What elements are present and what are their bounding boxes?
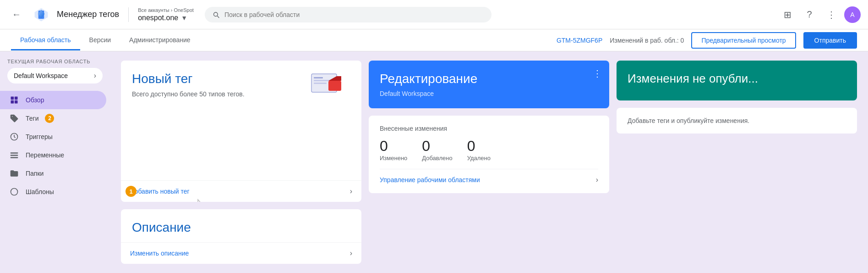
- svg-rect-7: [15, 97, 18, 100]
- edit-description-link[interactable]: Изменить описание: [130, 250, 189, 257]
- sidebar-item-templates-label: Шаблоны: [26, 188, 54, 195]
- svg-rect-18: [314, 83, 327, 84]
- search-icon: [212, 11, 220, 19]
- tag-illustration: [309, 72, 350, 104]
- top-header: ← Менеджер тегов Все аккаунты › OneSpot …: [0, 0, 868, 29]
- cursor-icon: [194, 198, 213, 202]
- editing-title: Редактирование: [380, 72, 598, 86]
- nav-right: GTM-5ZMGF6P Изменений в раб. обл.: 0 Пре…: [557, 32, 857, 49]
- change-item-modified: 0 Изменено: [380, 138, 407, 162]
- sidebar-item-variables-label: Переменные: [26, 151, 64, 159]
- workspace-section: ТЕКУЩАЯ РАБОЧАЯ ОБЛАСТЬ Default Workspac…: [0, 59, 110, 89]
- sidebar-item-templates[interactable]: Шаблоны: [0, 183, 106, 201]
- svg-rect-17: [314, 80, 330, 81]
- back-icon: ←: [12, 9, 21, 20]
- step-badge-1: 1: [126, 186, 136, 197]
- svg-rect-16: [314, 77, 323, 78]
- avatar[interactable]: A: [844, 6, 861, 23]
- svg-rect-11: [11, 152, 18, 154]
- sidebar-item-tags-label: Теги: [26, 115, 38, 122]
- description-card: Описание Изменить описание ›: [121, 209, 361, 264]
- new-tag-top: Новый тег Всего доступно более 50 типов …: [121, 61, 361, 180]
- workspace-name-header: onespot.one: [138, 14, 178, 22]
- sidebar-item-folders-label: Папки: [26, 170, 44, 177]
- sidebar-item-overview-label: Обзор: [26, 96, 44, 104]
- change-deleted-number: 0: [467, 138, 475, 155]
- variables-icon: [9, 150, 19, 160]
- description-chevron: ›: [350, 249, 352, 257]
- svg-point-14: [11, 189, 18, 195]
- sidebar-item-triggers-label: Триггеры: [26, 133, 53, 140]
- back-button[interactable]: ←: [7, 6, 26, 24]
- new-tag-desc: Всего доступно более 50 типов тегов.: [132, 90, 245, 99]
- header-divider: [128, 7, 129, 22]
- tab-workspace[interactable]: Рабочая область: [11, 30, 80, 50]
- templates-icon: [9, 187, 19, 196]
- middle-column: ⋮ Редактирование Default Workspace Внесе…: [369, 61, 609, 264]
- triggers-icon: [9, 132, 19, 141]
- content-area: Новый тег Всего доступно более 50 типов …: [110, 51, 868, 273]
- change-modified-number: 0: [380, 138, 388, 155]
- new-tag-chevron: ›: [350, 187, 352, 195]
- svg-rect-12: [11, 155, 18, 156]
- description-footer: Изменить описание ›: [121, 242, 361, 264]
- manage-workspaces-link[interactable]: Управление рабочими областями: [380, 176, 480, 184]
- new-tag-text: Новый тег Всего доступно более 50 типов …: [132, 72, 245, 99]
- workspace-dropdown-icon: ▼: [181, 14, 187, 22]
- publish-hint-card: Добавьте теги и опубликуйте изменения.: [617, 108, 857, 134]
- svg-rect-19: [328, 81, 341, 91]
- editing-workspace-name: Default Workspace: [380, 90, 598, 97]
- submit-button[interactable]: Отправить: [803, 32, 857, 49]
- preview-button[interactable]: Предварительный просмотр: [691, 32, 796, 49]
- help-icon: ?: [807, 9, 812, 20]
- new-tag-card: Новый тег Всего доступно более 50 типов …: [121, 61, 361, 202]
- svg-rect-9: [15, 100, 18, 104]
- workspace-chevron-icon: ›: [94, 72, 96, 80]
- tags-icon: [9, 114, 19, 123]
- publish-hint-text: Добавьте теги и опубликуйте изменения.: [628, 117, 749, 124]
- tab-administration[interactable]: Администрирование: [120, 30, 200, 50]
- more-button[interactable]: ⋮: [822, 6, 841, 24]
- changes-card: Внесенные изменения 0 Изменено 0 Добавле…: [369, 116, 609, 193]
- workspace-selector[interactable]: onespot.one ▼: [138, 14, 194, 22]
- svg-rect-8: [11, 100, 14, 104]
- change-item-deleted: 0 Удалено: [467, 138, 491, 162]
- editing-more-button[interactable]: ⋮: [593, 68, 602, 79]
- sidebar-item-tags[interactable]: Теги 2: [0, 109, 106, 128]
- unpublished-title: Изменения не опубли...: [628, 72, 846, 86]
- grid-button[interactable]: ⊞: [778, 6, 797, 24]
- help-button[interactable]: ?: [800, 6, 819, 24]
- overview-icon: [9, 95, 19, 105]
- change-item-added: 0 Добавлено: [422, 138, 452, 162]
- gtm-id-badge[interactable]: GTM-5ZMGF6P: [557, 37, 602, 44]
- nav-tabs: Рабочая область Версии Администрирование…: [0, 29, 868, 51]
- tags-badge: 2: [45, 114, 54, 123]
- add-tag-link[interactable]: Добавить новый тег: [130, 188, 190, 195]
- workspace-selector-sidebar[interactable]: Default Workspace ›: [7, 68, 103, 84]
- changes-footer: Управление рабочими областями ›: [380, 169, 598, 184]
- new-tag-footer: 1 Добавить новый тег ›: [121, 180, 361, 202]
- description-title: Описание: [132, 220, 350, 235]
- editing-card: ⋮ Редактирование Default Workspace: [369, 61, 609, 108]
- changes-chevron: ›: [596, 176, 598, 184]
- sidebar-item-variables[interactable]: Переменные: [0, 146, 106, 164]
- changes-subtitle: Внесенные изменения: [380, 125, 598, 132]
- sidebar-item-folders[interactable]: Папки: [0, 164, 106, 183]
- changes-numbers: 0 Изменено 0 Добавлено 0 Удалено: [380, 138, 598, 162]
- change-added-label: Добавлено: [422, 155, 452, 162]
- breadcrumb-area: Все аккаунты › OneSpot onespot.one ▼: [138, 7, 194, 22]
- change-modified-label: Изменено: [380, 155, 407, 162]
- description-top: Описание: [121, 209, 361, 242]
- header-actions: ⊞ ? ⋮ A: [778, 6, 861, 24]
- tab-versions[interactable]: Версии: [80, 30, 120, 50]
- changes-count-label: Изменений в раб. обл.: 0: [610, 37, 684, 44]
- svg-rect-6: [11, 97, 14, 100]
- more-icon: ⋮: [827, 9, 836, 20]
- search-input[interactable]: [224, 11, 484, 18]
- sidebar-item-overview[interactable]: Обзор: [0, 91, 106, 109]
- search-bar[interactable]: [205, 7, 491, 22]
- sidebar-item-triggers[interactable]: Триггеры: [0, 128, 106, 146]
- main-layout: ТЕКУЩАЯ РАБОЧАЯ ОБЛАСТЬ Default Workspac…: [0, 51, 868, 273]
- left-column: Новый тег Всего доступно более 50 типов …: [121, 61, 361, 264]
- svg-marker-21: [198, 200, 209, 202]
